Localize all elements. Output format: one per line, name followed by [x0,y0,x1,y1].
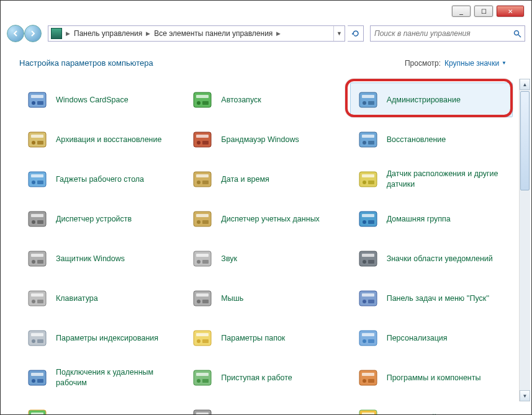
control-panel-item[interactable]: Панель задач и меню ''Пуск'' [350,281,513,316]
svg-rect-38 [29,212,46,226]
forward-button[interactable] [24,25,42,42]
back-button[interactable] [7,25,24,42]
item-icon [356,286,381,311]
svg-rect-95 [362,373,374,376]
svg-rect-45 [202,220,209,224]
chevron-down-icon: ▼ [502,60,507,66]
svg-point-60 [363,260,366,264]
scroll-track[interactable] [520,90,530,390]
scrollbar[interactable]: ▲ ▼ [519,79,530,401]
control-panel-item[interactable]: Администрирование [350,83,513,117]
search-icon[interactable] [510,26,525,41]
minimize-button[interactable]: _ [452,6,471,17]
maximize-button[interactable]: ☐ [474,6,493,17]
scroll-thumb[interactable] [520,91,530,190]
svg-point-24 [363,141,366,145]
svg-rect-55 [196,254,209,257]
svg-rect-41 [37,220,43,224]
svg-rect-91 [196,373,209,376]
control-panel-item[interactable]: Дата и время [184,162,347,197]
control-panel-item[interactable]: Программы и компоненты [350,360,513,395]
item-icon [356,87,381,112]
control-panel-item[interactable]: Диспетчер учетных данных [184,202,347,236]
control-panel-item[interactable]: Родительский контроль [350,400,513,415]
svg-rect-22 [359,132,377,147]
search-box[interactable] [370,25,525,42]
refresh-button[interactable] [348,25,364,42]
control-panel-item[interactable]: Звук [184,241,347,276]
control-panel-item[interactable]: Программы по умолчанию [19,400,182,415]
svg-point-88 [32,379,35,383]
view-by-dropdown[interactable]: Крупные значки ▼ [444,59,507,68]
svg-rect-6 [194,92,211,107]
svg-rect-11 [362,95,374,98]
control-panel-item[interactable]: Диспетчер устройств [19,202,182,236]
svg-point-72 [363,300,366,303]
svg-rect-75 [31,333,43,336]
control-panel-item[interactable]: Значки области уведомлений [350,241,513,276]
control-panel-item[interactable]: Мышь [184,281,347,316]
svg-rect-78 [194,331,211,346]
control-panel-item[interactable]: Клавиатура [19,281,182,316]
item-label: Значки области уведомлений [387,254,493,264]
scroll-down-button[interactable]: ▼ [520,390,530,401]
search-input[interactable] [371,29,510,38]
navbar: ▶ Панель управления ▶ Все элементы панел… [1,22,531,45]
breadcrumb-seg-2[interactable]: Все элементы панели управления [151,26,275,41]
svg-rect-67 [196,293,209,297]
svg-rect-73 [368,300,374,303]
control-panel-icon [51,28,62,39]
item-icon [25,87,50,112]
chevron-right-icon: ▶ [145,30,151,37]
item-icon [356,326,381,350]
scroll-up-button[interactable]: ▲ [520,79,530,90]
svg-rect-17 [37,141,43,145]
svg-point-8 [197,101,201,105]
svg-rect-26 [29,172,46,187]
control-panel-item[interactable]: Распознавание речи [184,400,347,415]
control-panel-item[interactable]: Восстановление [350,122,513,157]
control-panel-item[interactable]: Домашняя группа [350,202,513,236]
svg-rect-25 [368,141,374,145]
svg-rect-3 [31,95,43,98]
breadcrumb-label: Панель управления [74,29,142,38]
control-panel-item[interactable]: Архивация и восстановление [19,122,182,157]
titlebar: _ ☐ ✕ [1,1,531,22]
svg-rect-86 [29,370,46,385]
control-panel-item[interactable]: Windows CardSpace [19,83,182,117]
svg-rect-50 [29,251,46,266]
header-row: Настройка параметров компьютера Просмотр… [1,45,531,79]
control-panel-item[interactable]: Параметры папок [184,321,347,355]
breadcrumb[interactable]: ▶ Панель управления ▶ Все элементы панел… [48,25,345,42]
control-panel-item[interactable]: Датчик расположения и другие датчики [350,162,513,197]
svg-point-36 [363,181,366,184]
close-button[interactable]: ✕ [497,6,524,17]
control-panel-item[interactable]: Приступая к работе [184,360,347,395]
svg-rect-19 [196,135,209,138]
item-label: Архивация и восстановление [56,135,161,145]
item-label: Программы и компоненты [387,373,481,383]
control-panel-item[interactable]: Подключения к удаленным рабочим [19,360,182,395]
svg-point-48 [363,220,366,224]
svg-rect-18 [194,132,211,147]
svg-rect-54 [194,251,211,266]
page-title: Настройка параметров компьютера [19,58,153,68]
control-panel-item[interactable]: Защитник Windows [19,241,182,276]
breadcrumb-dropdown[interactable]: ▼ [333,26,345,41]
svg-rect-70 [359,291,377,306]
control-panel-item[interactable]: Персонализация [350,321,513,355]
refresh-icon [351,29,360,38]
svg-rect-58 [359,251,377,266]
control-panel-item[interactable]: Параметры индексирования [19,321,182,355]
item-label: Брандмауэр Windows [221,135,299,145]
svg-rect-49 [368,220,374,224]
svg-point-0 [514,30,518,35]
control-panel-item[interactable]: Автозапуск [184,83,347,117]
breadcrumb-seg-1[interactable]: Панель управления [71,26,145,41]
svg-rect-15 [31,135,43,138]
item-label: Датчик расположения и другие датчики [387,169,507,190]
svg-rect-30 [194,172,211,187]
svg-rect-61 [368,260,374,264]
control-panel-item[interactable]: Брандмауэр Windows [184,122,347,157]
control-panel-item[interactable]: Гаджеты рабочего стола [19,162,182,197]
